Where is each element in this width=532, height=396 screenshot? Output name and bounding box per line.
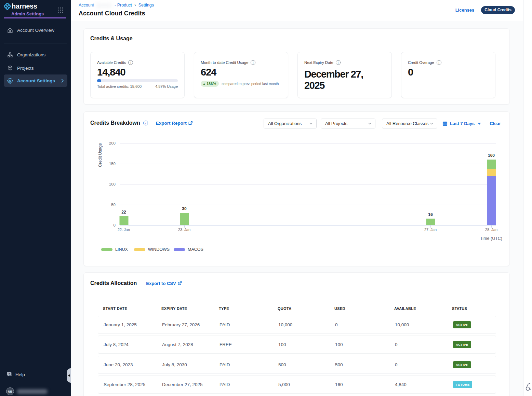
svg-text:Credit Usage: Credit Usage [98, 143, 103, 167]
svg-text:200: 200 [109, 141, 116, 145]
svg-text:100: 100 [109, 182, 116, 186]
svg-text:?: ? [8, 372, 10, 375]
svg-text:22. Jan: 22. Jan [118, 228, 130, 232]
svg-text:0: 0 [114, 223, 116, 227]
svg-text:28. Jan: 28. Jan [485, 228, 497, 232]
svg-text:27. Jan: 27. Jan [424, 228, 437, 232]
svg-text:22: 22 [121, 210, 126, 215]
svg-text:16: 16 [428, 212, 433, 217]
svg-text:30: 30 [182, 206, 187, 211]
svg-text:Time (UTC): Time (UTC) [480, 236, 502, 241]
svg-text:50: 50 [111, 203, 116, 207]
svg-text:23. Jan: 23. Jan [178, 228, 190, 232]
svg-text:160: 160 [488, 153, 495, 158]
svg-text:150: 150 [109, 162, 116, 166]
